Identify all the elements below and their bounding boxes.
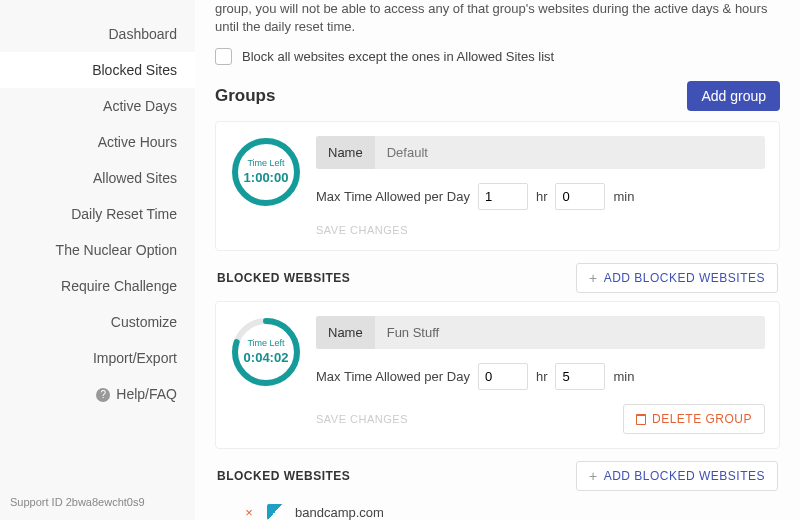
group-name-input[interactable] (375, 136, 765, 169)
group-card: Time Left 0:04:02 Name Max Time Allowed … (215, 301, 780, 449)
name-label: Name (316, 136, 375, 169)
plus-icon: + (589, 470, 598, 482)
sidebar-item-help-faq[interactable]: Help/FAQ (0, 376, 195, 412)
plus-icon: + (589, 272, 598, 284)
save-changes-button[interactable]: SAVE CHANGES (316, 224, 408, 236)
intro-text: group, you will not be able to access an… (215, 0, 780, 36)
group-name-input[interactable] (375, 316, 765, 349)
name-label: Name (316, 316, 375, 349)
sidebar-item-nuclear-option[interactable]: The Nuclear Option (0, 232, 195, 268)
max-minutes-input[interactable] (555, 363, 605, 390)
sidebar-item-daily-reset-time[interactable]: Daily Reset Time (0, 196, 195, 232)
time-left-ring: Time Left 1:00:00 (230, 136, 302, 208)
remove-site-icon[interactable]: × (243, 505, 255, 520)
save-changes-button[interactable]: SAVE CHANGES (316, 413, 408, 425)
block-all-label: Block all websites except the ones in Al… (242, 49, 554, 64)
blocked-websites-heading: BLOCKED WEBSITES (217, 271, 350, 285)
max-hours-input[interactable] (478, 183, 528, 210)
add-group-button[interactable]: Add group (687, 81, 780, 111)
sidebar-item-active-days[interactable]: Active Days (0, 88, 195, 124)
time-left-value: 0:04:02 (230, 350, 302, 365)
sidebar-item-blocked-sites[interactable]: Blocked Sites (0, 52, 195, 88)
blocked-site-list: × bandcamp.com × imdb.com (215, 499, 780, 520)
sidebar-item-require-challenge[interactable]: Require Challenge (0, 268, 195, 304)
blocked-websites-heading: BLOCKED WEBSITES (217, 469, 350, 483)
trash-icon (636, 414, 646, 425)
support-id: Support ID 2bwa8ewcht0s9 (0, 484, 195, 520)
sidebar-items: Dashboard Blocked Sites Active Days Acti… (0, 16, 195, 484)
sidebar-item-import-export[interactable]: Import/Export (0, 340, 195, 376)
max-time-label: Max Time Allowed per Day (316, 369, 470, 384)
time-left-value: 1:00:00 (230, 170, 302, 185)
groups-heading: Groups (215, 86, 275, 106)
blocked-site-row: × bandcamp.com (243, 499, 766, 520)
group-card: Time Left 1:00:00 Name Max Time Allowed … (215, 121, 780, 251)
sidebar-item-dashboard[interactable]: Dashboard (0, 16, 195, 52)
sidebar-item-active-hours[interactable]: Active Hours (0, 124, 195, 160)
favicon-icon (267, 504, 283, 520)
main-content: group, you will not be able to access an… (195, 0, 800, 520)
time-left-ring: Time Left 0:04:02 (230, 316, 302, 388)
max-hours-input[interactable] (478, 363, 528, 390)
site-domain: bandcamp.com (295, 505, 384, 520)
add-blocked-websites-button[interactable]: + ADD BLOCKED WEBSITES (576, 263, 778, 293)
block-all-checkbox[interactable] (215, 48, 232, 65)
max-minutes-input[interactable] (555, 183, 605, 210)
max-time-label: Max Time Allowed per Day (316, 189, 470, 204)
delete-group-button[interactable]: DELETE GROUP (623, 404, 765, 434)
block-all-row: Block all websites except the ones in Al… (215, 48, 780, 65)
add-blocked-websites-button[interactable]: + ADD BLOCKED WEBSITES (576, 461, 778, 491)
sidebar-item-customize[interactable]: Customize (0, 304, 195, 340)
sidebar-item-allowed-sites[interactable]: Allowed Sites (0, 160, 195, 196)
sidebar: Dashboard Blocked Sites Active Days Acti… (0, 0, 195, 520)
